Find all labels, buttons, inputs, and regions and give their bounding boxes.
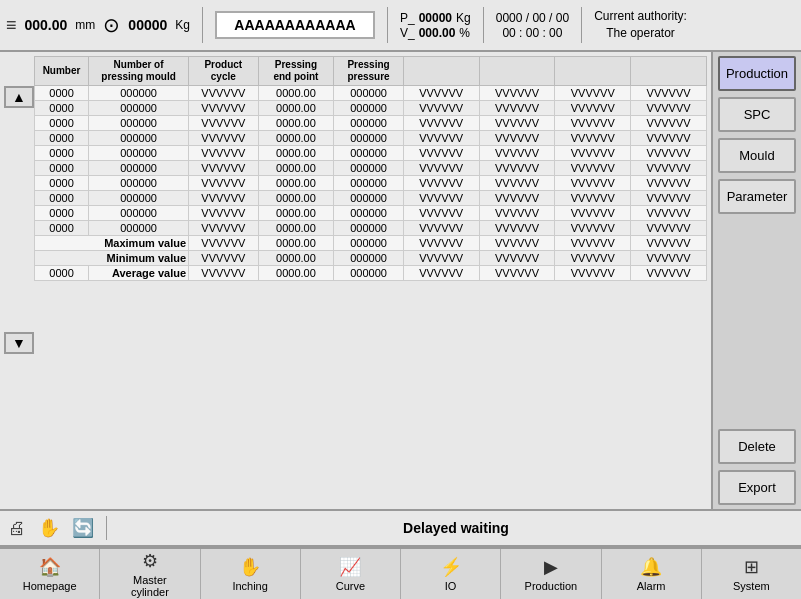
max-c2: VVVVVV <box>189 236 258 251</box>
row-c7: VVVVVV <box>555 191 631 206</box>
date-value: 0000 / 00 / 00 <box>496 11 569 25</box>
avg-c2: VVVVVV <box>189 266 258 281</box>
col-pressing-pressure: Pressingpressure <box>334 57 403 86</box>
row-c5: VVVVVV <box>403 206 479 221</box>
row-c7: VVVVVV <box>555 116 631 131</box>
production-button[interactable]: Production <box>718 56 796 91</box>
row-c5: VVVVVV <box>403 221 479 236</box>
row-c5: VVVVVV <box>403 161 479 176</box>
row-c6: VVVVVV <box>479 206 555 221</box>
row-num: 0000 <box>35 131 89 146</box>
row-c4: 000000 <box>334 206 403 221</box>
v-value: 000.00 <box>419 26 456 40</box>
table-row: 0000 000000 VVVVVV 0000.00 000000 VVVVVV… <box>35 131 707 146</box>
row-c2: VVVVVV <box>189 161 258 176</box>
weight-value: 00000 <box>128 17 167 33</box>
min-c6: VVVVVV <box>479 251 555 266</box>
row-c8: VVVVVV <box>631 206 707 221</box>
nav-master-cylinder[interactable]: ⚙ Mastercylinder <box>100 549 200 599</box>
row-c4: 000000 <box>334 221 403 236</box>
v-label: V_ <box>400 26 415 40</box>
row-c6: VVVVVV <box>479 221 555 236</box>
nav-system[interactable]: ⊞ System <box>702 549 801 599</box>
row-c5: VVVVVV <box>403 191 479 206</box>
nav-curve[interactable]: 📈 Curve <box>301 549 401 599</box>
row-c4: 000000 <box>334 86 403 101</box>
data-table: Number Number ofpressing mould Productcy… <box>34 56 707 281</box>
row-c1: 000000 <box>89 176 189 191</box>
io-label: IO <box>445 580 457 592</box>
refresh-icon[interactable]: 🔄 <box>72 517 94 539</box>
row-c4: 000000 <box>334 101 403 116</box>
production-nav-icon: ▶ <box>544 556 558 578</box>
row-c1: 000000 <box>89 221 189 236</box>
row-num: 0000 <box>35 101 89 116</box>
row-c5: VVVVVV <box>403 176 479 191</box>
row-c7: VVVVVV <box>555 146 631 161</box>
row-c6: VVVVVV <box>479 131 555 146</box>
table-row: 0000 000000 VVVVVV 0000.00 000000 VVVVVV… <box>35 86 707 101</box>
avg-c4: 000000 <box>334 266 403 281</box>
weight-unit: Kg <box>175 18 190 32</box>
row-c8: VVVVVV <box>631 86 707 101</box>
row-num: 0000 <box>35 176 89 191</box>
max-c3: 0000.00 <box>258 236 334 251</box>
delete-button[interactable]: Delete <box>718 429 796 464</box>
col-pressing-mould: Number ofpressing mould <box>89 57 189 86</box>
alarm-label: Alarm <box>637 580 666 592</box>
print-icon[interactable]: 🖨 <box>8 518 26 539</box>
row-c7: VVVVVV <box>555 176 631 191</box>
avg-row: 0000 Average value VVVVVV 0000.00 000000… <box>35 266 707 281</box>
parameter-button[interactable]: Parameter <box>718 179 796 214</box>
min-c3: 0000.00 <box>258 251 334 266</box>
row-c8: VVVVVV <box>631 146 707 161</box>
position-value: 000.00 <box>25 17 68 33</box>
avg-num: 0000 <box>35 266 89 281</box>
scroll-up-button[interactable]: ▲ <box>4 86 34 108</box>
nav-inching[interactable]: ✋ Inching <box>201 549 301 599</box>
row-c4: 000000 <box>334 161 403 176</box>
spc-button[interactable]: SPC <box>718 97 796 132</box>
row-c5: VVVVVV <box>403 101 479 116</box>
separator <box>202 7 203 43</box>
row-c3: 0000.00 <box>258 206 334 221</box>
row-c8: VVVVVV <box>631 116 707 131</box>
row-c3: 0000.00 <box>258 161 334 176</box>
min-row: Minimum value VVVVVV 0000.00 000000 VVVV… <box>35 251 707 266</box>
row-c1: 000000 <box>89 146 189 161</box>
row-num: 0000 <box>35 146 89 161</box>
nav-alarm[interactable]: 🔔 Alarm <box>602 549 702 599</box>
col-number: Number <box>35 57 89 86</box>
p-value: 00000 <box>419 11 452 25</box>
main-table: Number Number ofpressing mould Productcy… <box>34 56 707 281</box>
export-button[interactable]: Export <box>718 470 796 505</box>
row-c4: 000000 <box>334 131 403 146</box>
scroll-down-button[interactable]: ▼ <box>4 332 34 354</box>
nav-production[interactable]: ▶ Production <box>501 549 601 599</box>
min-c5: VVVVVV <box>403 251 479 266</box>
max-c7: VVVVVV <box>555 236 631 251</box>
status-separator <box>106 516 107 540</box>
row-c4: 000000 <box>334 191 403 206</box>
row-c1: 000000 <box>89 161 189 176</box>
main-content: ▲ ▼ Number Number ofpressing mould Produ… <box>0 52 801 509</box>
row-c2: VVVVVV <box>189 176 258 191</box>
table-row: 0000 000000 VVVVVV 0000.00 000000 VVVVVV… <box>35 176 707 191</box>
table-body: 0000 000000 VVVVVV 0000.00 000000 VVVVVV… <box>35 86 707 236</box>
nav-io[interactable]: ⚡ IO <box>401 549 501 599</box>
row-c6: VVVVVV <box>479 191 555 206</box>
row-c2: VVVVVV <box>189 146 258 161</box>
hand-icon[interactable]: ✋ <box>38 517 60 539</box>
mould-button[interactable]: Mould <box>718 138 796 173</box>
row-num: 0000 <box>35 116 89 131</box>
col-product-cycle: Productcycle <box>189 57 258 86</box>
row-num: 0000 <box>35 221 89 236</box>
row-c3: 0000.00 <box>258 101 334 116</box>
table-area: ▲ ▼ Number Number ofpressing mould Produ… <box>0 52 711 509</box>
row-num: 0000 <box>35 161 89 176</box>
nav-homepage[interactable]: 🏠 Homepage <box>0 549 100 599</box>
row-num: 0000 <box>35 206 89 221</box>
row-c7: VVVVVV <box>555 86 631 101</box>
max-label: Maximum value <box>35 236 189 251</box>
row-c2: VVVVVV <box>189 101 258 116</box>
